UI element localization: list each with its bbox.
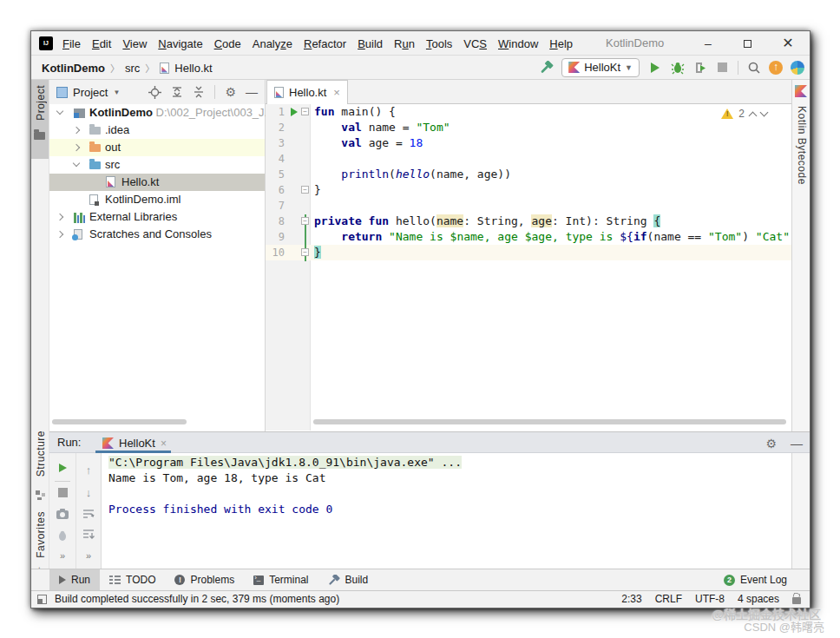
kotlin-icon — [568, 62, 580, 73]
editor-hscrollbar[interactable] — [313, 419, 786, 424]
project-hscrollbar[interactable] — [52, 419, 187, 424]
menu-item[interactable]: Run — [394, 37, 415, 50]
close-tab-icon[interactable]: × — [333, 86, 340, 99]
toolwindow-button-problems[interactable]: !Problems — [165, 569, 244, 590]
line-ending[interactable]: CRLF — [655, 593, 682, 605]
tree-row-external-libraries[interactable]: External Libraries — [49, 208, 265, 226]
menu-item[interactable]: Refactor — [304, 37, 346, 50]
inspection-widget[interactable]: 2 — [721, 108, 767, 120]
up-stack-icon[interactable]: ↑ — [75, 464, 102, 477]
run-button[interactable] — [647, 60, 662, 75]
lock-icon[interactable] — [792, 597, 801, 604]
menu-item[interactable]: File — [62, 37, 81, 50]
code-area[interactable]: fun main() { val name = "Tom" val age = … — [311, 104, 791, 431]
toolwindow-button-terminal[interactable]: ›_Terminal — [244, 569, 318, 590]
chevron-expanded-icon[interactable] — [56, 108, 63, 115]
chevron-collapsed-icon[interactable] — [56, 214, 63, 220]
run-line-icon[interactable] — [291, 108, 298, 116]
close-tab-icon[interactable]: × — [161, 437, 167, 450]
chevron-collapsed-icon[interactable] — [56, 231, 63, 238]
collapse-all-icon[interactable] — [193, 86, 205, 98]
thread-dump-icon[interactable] — [49, 509, 75, 519]
caret-position[interactable]: 2:33 — [621, 593, 641, 605]
restart-debug-icon[interactable] — [49, 529, 75, 542]
breadcrumb-project[interactable]: KotlinDemo — [42, 62, 105, 75]
close-button[interactable]: ✕ — [775, 31, 801, 56]
warning-icon — [721, 109, 733, 119]
menu-item[interactable]: Analyze — [253, 37, 292, 50]
tree-row-out[interactable]: out — [49, 139, 265, 156]
locate-icon[interactable] — [148, 86, 161, 99]
chevron-collapsed-icon[interactable] — [73, 127, 80, 134]
tree-row-kotlindemo[interactable]: KotlinDemo D:\002_Project\003_J... — [49, 104, 265, 122]
run-toolbar: » ↑ ↓ » — [49, 453, 102, 569]
breadcrumb-file[interactable]: Hello.kt — [174, 62, 212, 75]
stop-button[interactable] — [49, 488, 75, 497]
expand-all-icon[interactable] — [171, 86, 183, 98]
search-icon[interactable] — [746, 60, 761, 75]
scroll-to-end-icon[interactable] — [75, 529, 102, 540]
rerun-button[interactable] — [49, 464, 75, 472]
editor-tab-hello-kt[interactable]: Hello.kt × — [266, 80, 348, 104]
line-number: 4 — [266, 151, 285, 167]
event-log-button[interactable]: 2 Event Log — [724, 569, 787, 590]
run-coverage-button[interactable] — [692, 60, 707, 75]
build-icon — [328, 575, 340, 586]
more-actions-icon[interactable]: » — [75, 550, 102, 561]
minimize-button[interactable]: – — [695, 31, 721, 56]
tree-row-scratches-and-consoles[interactable]: Scratches and Consoles — [49, 226, 265, 243]
prev-warning-icon[interactable] — [749, 111, 758, 120]
editor-area: Hello.kt × 1−23456−78−910− fun main() { … — [266, 80, 791, 431]
project-view-icon — [56, 87, 68, 98]
whatsnew-icon[interactable] — [791, 61, 804, 75]
debug-button[interactable] — [670, 60, 685, 75]
menu-item[interactable]: Tools — [426, 37, 452, 50]
settings-gear-icon[interactable]: ⚙ — [225, 85, 236, 99]
menu-item[interactable]: Window — [498, 37, 538, 50]
stop-button[interactable] — [715, 60, 730, 75]
toolwindow-button-run[interactable]: Run — [49, 569, 100, 590]
hide-panel-icon[interactable]: — — [246, 85, 258, 99]
menu-item[interactable]: Edit — [92, 37, 111, 50]
update-icon[interactable]: ↑ — [769, 61, 783, 75]
fold-icon[interactable]: − — [301, 186, 309, 194]
tree-row-hello-kt[interactable]: Hello.kt — [49, 174, 265, 191]
breadcrumb-src[interactable]: src — [125, 62, 140, 75]
menu-item[interactable]: Navigate — [158, 37, 202, 50]
run-config-name: HelloKt — [584, 61, 620, 74]
chevron-collapsed-icon[interactable] — [73, 144, 80, 151]
structure-stripe-button[interactable]: Structure — [35, 431, 47, 477]
soft-wrap-icon[interactable] — [75, 509, 102, 519]
build-hammer-icon[interactable] — [539, 60, 554, 75]
tree-row-src[interactable]: src — [49, 156, 265, 174]
settings-gear-icon[interactable]: ⚙ — [765, 437, 777, 451]
menu-item[interactable]: Build — [358, 37, 383, 50]
menu-item[interactable]: Help — [549, 37, 573, 50]
fold-icon[interactable]: − — [301, 248, 309, 256]
next-warning-icon[interactable] — [760, 109, 769, 117]
tree-row-kotlindemo-iml[interactable]: KotlinDemo.iml — [49, 191, 265, 208]
kotlin-bytecode-stripe-button[interactable]: Kotlin Bytecode — [796, 106, 808, 185]
down-stack-icon[interactable]: ↓ — [75, 486, 102, 499]
fold-icon[interactable]: − — [301, 217, 309, 225]
file-encoding[interactable]: UTF-8 — [695, 593, 725, 605]
tree-label: External Libraries — [89, 210, 177, 223]
hide-panel-icon[interactable]: — — [791, 437, 803, 451]
more-actions-icon[interactable]: » — [49, 550, 75, 561]
run-console[interactable]: "C:\Program Files\Java\jdk1.8.0_91\bin\j… — [102, 453, 810, 569]
project-stripe-button[interactable]: Project — [31, 80, 49, 159]
toolwindow-button-build[interactable]: Build — [318, 569, 378, 590]
toolwindow-button-todo[interactable]: TODO — [100, 569, 165, 590]
menu-item[interactable]: Code — [214, 37, 241, 50]
indent-style[interactable]: 4 spaces — [738, 593, 779, 605]
menu-item[interactable]: View — [122, 37, 147, 50]
fold-icon[interactable]: − — [301, 108, 309, 115]
chevron-expanded-icon[interactable] — [73, 160, 80, 167]
project-panel-title[interactable]: Project — [73, 86, 108, 99]
favorites-stripe-button[interactable]: Favorites — [35, 511, 47, 558]
toolwindow-toggle-icon[interactable] — [37, 595, 47, 604]
tree-row--idea[interactable]: .idea — [49, 122, 265, 139]
maximize-button[interactable] — [734, 31, 760, 56]
menu-item[interactable]: VCS — [463, 37, 487, 50]
run-config-selector[interactable]: HelloKt ▼ — [561, 58, 640, 77]
